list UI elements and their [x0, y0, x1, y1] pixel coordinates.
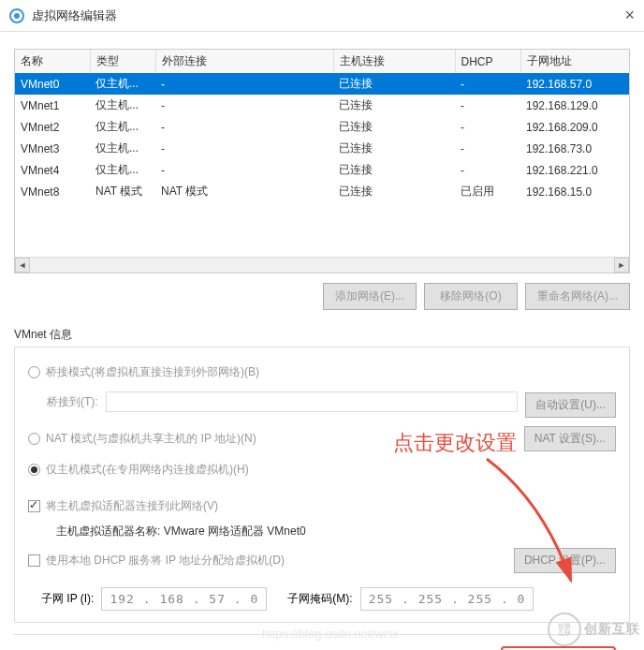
cell-host: 已连接: [333, 159, 455, 181]
connect-adapter-label: 将主机虚拟适配器连接到此网络(V): [46, 498, 218, 514]
cell-name: VMnet2: [15, 116, 90, 138]
cell-subnet: 192.168.129.0: [520, 95, 629, 116]
network-table-container: 名称 类型 外部连接 主机连接 DHCP 子网地址 VMnet0仅主机...-已…: [14, 49, 630, 273]
nat-mode-label: NAT 模式(与虚拟机共享主机的 IP 地址)(N): [46, 431, 256, 447]
dhcp-settings-button[interactable]: DHCP 设置(P)...: [514, 548, 616, 573]
table-row[interactable]: VMnet4仅主机...-已连接-192.168.221.0: [15, 159, 629, 181]
cell-type: 仅主机...: [90, 138, 155, 159]
table-header-row: 名称 类型 外部连接 主机连接 DHCP 子网地址: [15, 50, 629, 73]
bridge-mode-label: 桥接模式(将虚拟机直接连接到外部网络)(B): [46, 364, 259, 380]
vmnet-info-title: VMnet 信息: [14, 327, 630, 343]
cell-subnet: 192.168.221.0: [520, 159, 629, 181]
cell-host: 已连接: [333, 181, 455, 202]
cell-dhcp: -: [455, 73, 520, 95]
table-row[interactable]: VMnet1仅主机...-已连接-192.168.129.0: [15, 95, 629, 116]
col-type[interactable]: 类型: [90, 50, 155, 73]
bridge-to-label: 桥接到(T):: [47, 394, 98, 410]
subnet-mask-field: 255 . 255 . 255 . 0: [360, 587, 534, 611]
logo-watermark: 创新互联 创新互联: [548, 613, 640, 646]
auto-settings-button[interactable]: 自动设置(U)...: [525, 392, 616, 418]
cell-dhcp: -: [455, 159, 520, 181]
cell-type: 仅主机...: [90, 159, 155, 181]
table-row[interactable]: VMnet0仅主机...-已连接-192.168.57.0: [15, 73, 629, 95]
connect-adapter-checkbox: [28, 500, 40, 512]
nat-mode-radio: [28, 433, 40, 445]
scroll-left-icon[interactable]: ◄: [15, 258, 30, 273]
cell-name: VMnet1: [15, 95, 90, 116]
host-only-radio: [28, 464, 40, 476]
table-row[interactable]: VMnet8NAT 模式NAT 模式已连接已启用192.168.15.0: [15, 181, 629, 202]
vmnet-info-panel: 桥接模式(将虚拟机直接连接到外部网络)(B) 桥接到(T): 自动设置(U)..…: [14, 347, 630, 623]
use-dhcp-checkbox: [28, 554, 40, 567]
col-name[interactable]: 名称: [15, 50, 90, 73]
cell-host: 已连接: [333, 116, 455, 138]
table-row[interactable]: VMnet2仅主机...-已连接-192.168.209.0: [15, 116, 629, 138]
nat-settings-button[interactable]: NAT 设置(S)...: [524, 426, 616, 451]
titlebar: 虚拟网络编辑器 ×: [0, 0, 644, 32]
cell-dhcp: -: [455, 138, 520, 159]
use-dhcp-label: 使用本地 DHCP 服务将 IP 地址分配给虚拟机(D): [46, 553, 285, 569]
cell-subnet: 192.168.209.0: [520, 116, 629, 138]
network-table[interactable]: 名称 类型 外部连接 主机连接 DHCP 子网地址 VMnet0仅主机...-已…: [15, 50, 629, 257]
cell-name: VMnet8: [15, 181, 90, 202]
cell-name: VMnet4: [15, 159, 90, 181]
app-icon: [9, 8, 24, 23]
table-row[interactable]: VMnet3仅主机...-已连接-192.168.73.0: [15, 138, 629, 159]
cell-ext: -: [155, 138, 333, 159]
url-watermark: https://blog.csdn.net/weix: [262, 627, 399, 641]
col-external[interactable]: 外部连接: [155, 50, 333, 73]
cell-dhcp: -: [455, 116, 520, 138]
close-icon[interactable]: ×: [624, 6, 635, 25]
subnet-mask-label: 子网掩码(M):: [287, 591, 352, 607]
bridge-mode-radio: [28, 366, 40, 378]
remove-network-button[interactable]: 移除网络(O): [424, 283, 518, 310]
bridge-to-dropdown: [106, 391, 519, 412]
cell-ext: -: [155, 159, 333, 181]
cell-dhcp: 已启用: [455, 181, 520, 202]
annotation-text: 点击更改设置: [393, 429, 517, 457]
cell-host: 已连接: [333, 73, 455, 95]
cell-ext: -: [155, 95, 333, 116]
cell-ext: -: [155, 116, 333, 138]
subnet-ip-label: 子网 IP (I):: [41, 591, 94, 607]
col-dhcp[interactable]: DHCP: [455, 50, 520, 73]
adapter-name-label: 主机虚拟适配器名称: VMware 网络适配器 VMnet0: [28, 520, 616, 539]
add-network-button[interactable]: 添加网络(E)...: [323, 283, 417, 310]
rename-network-button[interactable]: 重命名网络(A)...: [525, 283, 630, 310]
col-subnet[interactable]: 子网地址: [520, 50, 629, 73]
cell-ext: -: [155, 73, 333, 95]
cell-name: VMnet3: [15, 138, 90, 159]
cell-subnet: 192.168.73.0: [520, 138, 629, 159]
col-host[interactable]: 主机连接: [333, 50, 455, 73]
logo-text: 创新互联: [584, 621, 640, 638]
cell-host: 已连接: [333, 95, 455, 116]
horizontal-scrollbar[interactable]: ◄ ►: [15, 257, 629, 273]
logo-icon: 创新互联: [548, 613, 581, 646]
cell-dhcp: -: [455, 95, 520, 116]
cell-type: 仅主机...: [90, 116, 155, 138]
scroll-right-icon[interactable]: ►: [614, 258, 629, 273]
cell-type: 仅主机...: [90, 73, 155, 95]
cell-ext: NAT 模式: [155, 181, 333, 202]
cell-name: VMnet0: [15, 73, 90, 95]
cell-host: 已连接: [333, 138, 455, 159]
cell-type: NAT 模式: [90, 181, 155, 202]
cell-subnet: 192.168.15.0: [520, 181, 629, 202]
host-only-label: 仅主机模式(在专用网络内连接虚拟机)(H): [46, 462, 249, 478]
window-title: 虚拟网络编辑器: [32, 7, 117, 24]
cell-subnet: 192.168.57.0: [520, 73, 629, 95]
subnet-ip-field: 192 . 168 . 57 . 0: [101, 587, 267, 611]
cell-type: 仅主机...: [90, 95, 155, 116]
